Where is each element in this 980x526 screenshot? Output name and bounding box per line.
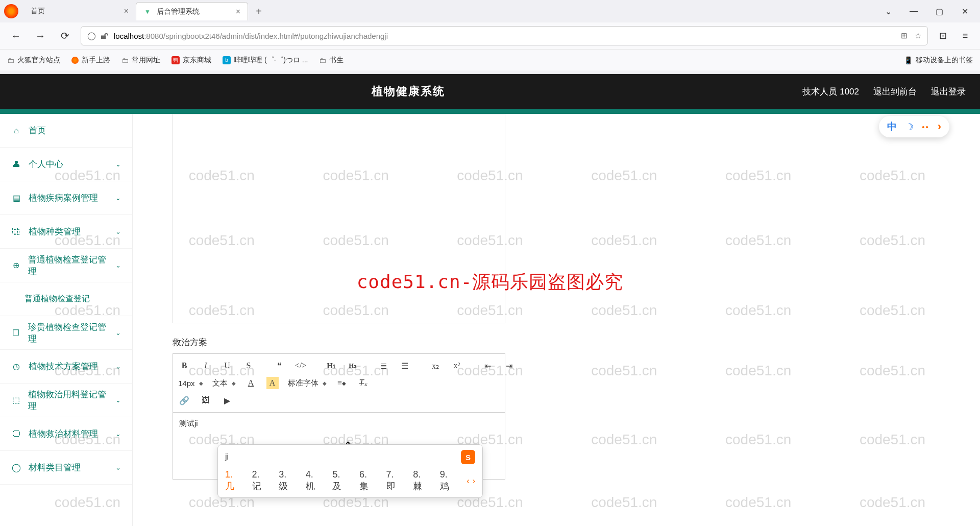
quote-button[interactable]: ❝ <box>273 360 285 372</box>
bg-color-button[interactable]: A <box>266 377 279 389</box>
tab-admin[interactable]: ▼ 后台管理系统 × <box>136 2 248 20</box>
doc-icon: ▤ <box>11 193 21 203</box>
bookmark-shusheng[interactable]: 🗀书生 <box>319 56 344 65</box>
strike-button[interactable]: S <box>242 360 255 372</box>
ime-prev-icon[interactable]: ‹ <box>467 476 469 486</box>
video-button[interactable]: ▶ <box>221 394 233 407</box>
chevron-down-icon: ⌄ <box>115 329 121 337</box>
sidebar-item-normal-check[interactable]: ⊕普通植物检查登记管理⌄ <box>0 249 132 282</box>
minimize-icon[interactable]: — <box>909 6 919 16</box>
bookmark-firefox[interactable]: 🗀火狐官方站点 <box>7 56 60 65</box>
chevron-down-icon: ⌄ <box>115 194 121 202</box>
sidebar-item-tech[interactable]: ◷植物技术方案管理⌄ <box>0 350 132 384</box>
browser-tabs-row: 首页 × ▼ 后台管理系统 × + ⌄ — ▢ ✕ <box>0 0 980 22</box>
sidebar-item-species[interactable]: ⿻植物种类管理⌄ <box>0 215 132 249</box>
qr-icon[interactable]: ⊞ <box>901 31 908 40</box>
bookmark-common[interactable]: 🗀常用网址 <box>121 56 160 65</box>
ime-candidate[interactable]: 2.记 <box>252 469 268 492</box>
chevron-down-icon[interactable]: ⌄ <box>883 6 893 16</box>
align-select[interactable]: ≡ ◆ <box>336 377 348 389</box>
unordered-list-button[interactable]: ☰ <box>399 360 411 372</box>
sidebar-item-material-reg[interactable]: ⬚植物救治用料登记管理⌄ <box>0 384 132 417</box>
back-button[interactable]: ← <box>7 27 24 44</box>
sidebar-item-disease[interactable]: ▤植物疾病案例管理⌄ <box>0 181 132 215</box>
h2-button[interactable]: H₂ <box>347 360 359 372</box>
lock-icon: 🔓︎ <box>101 32 109 40</box>
font-size-select[interactable]: 14px◆ <box>178 379 203 388</box>
sidebar-item-label: 普通植物检查登记管理 <box>28 254 108 277</box>
ime-candidate[interactable]: 8.棘 <box>413 469 429 492</box>
floating-ime-bar[interactable]: 中 ☽ •• › <box>879 116 949 137</box>
sidebar-item-category[interactable]: ◯材料类目管理⌄ <box>0 451 132 485</box>
chevron-down-icon: ⌄ <box>115 228 121 235</box>
forward-button[interactable]: → <box>32 27 49 44</box>
close-icon[interactable]: × <box>124 7 129 16</box>
indent-right-button[interactable]: ⇥ <box>503 360 515 372</box>
chevron-down-icon: ⌄ <box>115 430 121 438</box>
sidebar-item-precious-check[interactable]: ☐珍贵植物检查登记管理⌄ <box>0 316 132 350</box>
ime-candidate[interactable]: 7.即 <box>386 469 402 492</box>
font-family-select[interactable]: 标准字体◆ <box>288 378 327 388</box>
ime-candidate[interactable]: 6.集 <box>359 469 375 492</box>
user-label[interactable]: 技术人员 1002 <box>802 86 859 98</box>
sidebar-item-label: 植物救治用料登记管理 <box>28 389 108 412</box>
indent-left-button[interactable]: ⇤ <box>481 360 494 372</box>
italic-button[interactable]: I <box>200 360 212 372</box>
code-button[interactable]: </> <box>295 360 307 372</box>
close-window-icon[interactable]: ✕ <box>960 6 970 16</box>
app-title: 植物健康系统 <box>14 84 802 99</box>
tab-label: 后台管理系统 <box>157 7 200 16</box>
new-tab-button[interactable]: + <box>251 4 266 19</box>
bookmark-bilibili[interactable]: b哔哩哔哩 (゜-゜)つロ ... <box>223 56 308 65</box>
star-icon[interactable]: ☆ <box>915 31 921 40</box>
sidebar-item-profile[interactable]: 👤︎个人中心⌄ <box>0 148 132 181</box>
target-icon: ⊕ <box>11 260 21 271</box>
ordered-list-button[interactable]: ≣ <box>377 360 389 372</box>
link-button[interactable]: 🔗 <box>178 394 190 407</box>
tab-home[interactable]: 首页 × <box>23 2 136 20</box>
to-front-link[interactable]: 退出到前台 <box>873 86 917 98</box>
underline-button[interactable]: U <box>221 360 233 372</box>
bookmark-newbie[interactable]: 新手上路 <box>71 56 110 65</box>
ime-candidate[interactable]: 3.级 <box>279 469 295 492</box>
arrow-right-icon[interactable]: › <box>938 120 941 133</box>
ime-candidate[interactable]: 1.几 <box>225 469 241 492</box>
bold-button[interactable]: B <box>178 360 190 372</box>
ime-candidate[interactable]: 9.鸡 <box>440 469 456 492</box>
moon-icon[interactable]: ☽ <box>905 121 914 133</box>
text-type-select[interactable]: 文本◆ <box>212 378 236 388</box>
preview-box <box>173 114 505 323</box>
superscript-button[interactable]: x² <box>451 360 463 372</box>
sogou-icon: S <box>461 450 475 464</box>
sidebar-item-label: 植物救治材料管理 <box>29 428 98 440</box>
ime-lang-label[interactable]: 中 <box>887 120 897 133</box>
firefox-icon <box>4 4 18 18</box>
logout-link[interactable]: 退出登录 <box>931 86 966 98</box>
bookmark-mobile[interactable]: 📱移动设备上的书签 <box>904 56 973 65</box>
subscript-button[interactable]: x₂ <box>429 360 442 372</box>
sidebar-item-material-mgr[interactable]: 🖵植物救治材料管理⌄ <box>0 417 132 451</box>
ime-candidates: 1.几 2.记 3.级 4.机 5.及 6.集 7.即 8.棘 9.鸡 ‹› <box>225 469 475 492</box>
maximize-icon[interactable]: ▢ <box>934 6 944 16</box>
reload-button[interactable]: ⟳ <box>56 27 74 44</box>
h1-button[interactable]: H₁ <box>325 360 337 372</box>
app-header: 植物健康系统 技术人员 1002 退出到前台 退出登录 <box>0 74 980 109</box>
home-icon: ⌂ <box>11 126 21 136</box>
menu-icon[interactable]: ≡ <box>958 28 973 43</box>
image-button[interactable]: 🖼 <box>200 394 212 407</box>
dots-icon[interactable]: •• <box>922 123 929 131</box>
square-icon: ☐ <box>11 328 21 338</box>
ime-next-icon[interactable]: › <box>473 476 475 486</box>
address-bar[interactable]: ◯ 🔓︎ localhost:8080/springbootx2t46/admi… <box>81 26 928 45</box>
section-label: 救治方案 <box>173 337 940 348</box>
ime-candidate[interactable]: 4.机 <box>306 469 322 492</box>
sidebar-item-home[interactable]: ⌂首页 <box>0 114 132 148</box>
font-color-button[interactable]: A <box>245 377 257 389</box>
close-icon[interactable]: × <box>236 7 240 16</box>
ime-candidate[interactable]: 5.及 <box>332 469 348 492</box>
bookmark-jd[interactable]: 狗京东商城 <box>172 56 211 65</box>
clear-format-button[interactable]: Tₓ <box>357 377 370 389</box>
sidebar-item-normal-check-reg[interactable]: 普通植物检查登记 <box>0 282 132 316</box>
extensions-icon[interactable]: ⊡ <box>935 28 950 43</box>
sidebar-item-label: 植物种类管理 <box>29 226 81 237</box>
